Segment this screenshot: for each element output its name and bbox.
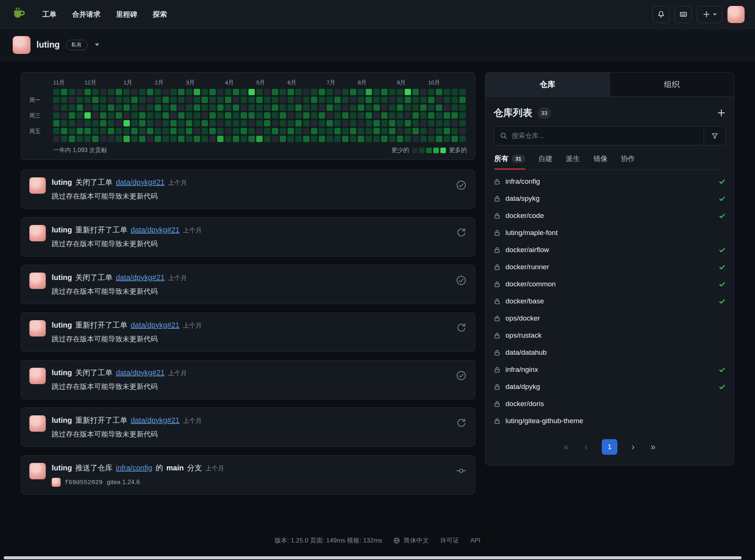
heatmap-cell[interactable]	[303, 89, 309, 95]
heatmap-cell[interactable]	[389, 112, 395, 119]
heatmap-cell[interactable]	[459, 112, 466, 119]
heatmap-cell[interactable]	[280, 89, 286, 95]
heatmap-cell[interactable]	[233, 104, 239, 111]
pagination-next-button[interactable]: ›	[629, 442, 637, 452]
heatmap-cell[interactable]	[428, 104, 434, 111]
user-menu-avatar[interactable]	[727, 6, 745, 23]
feed-actor[interactable]: luting	[52, 463, 72, 473]
heatmap-cell[interactable]	[459, 104, 466, 111]
heatmap-cell[interactable]	[241, 120, 247, 126]
heatmap-cell[interactable]	[373, 136, 380, 142]
heatmap-cell[interactable]	[358, 120, 364, 126]
heatmap-cell[interactable]	[295, 104, 302, 111]
heatmap-cell[interactable]	[280, 128, 286, 134]
heatmap-cell[interactable]	[69, 89, 75, 95]
heatmap-cell[interactable]	[366, 112, 372, 119]
heatmap-cell[interactable]	[350, 97, 356, 103]
feed-target-link[interactable]: data/dpykg#21	[116, 177, 164, 187]
heatmap-cell[interactable]	[202, 136, 208, 142]
heatmap-cell[interactable]	[428, 89, 434, 95]
heatmap-cell[interactable]	[327, 89, 333, 95]
heatmap-cell[interactable]	[123, 104, 130, 111]
heatmap-cell[interactable]	[170, 89, 177, 95]
heatmap-cell[interactable]	[327, 104, 333, 111]
heatmap-cell[interactable]	[327, 128, 333, 134]
heatmap-cell[interactable]	[225, 104, 231, 111]
heatmap-cell[interactable]	[381, 89, 388, 95]
repo-list-item[interactable]: luting/maple-font	[494, 224, 726, 241]
heatmap-cell[interactable]	[350, 120, 356, 126]
heatmap-cell[interactable]	[248, 136, 255, 142]
heatmap-cell[interactable]	[108, 89, 114, 95]
heatmap-cell[interactable]	[311, 97, 317, 103]
heatmap-cell[interactable]	[287, 128, 294, 134]
heatmap-cell[interactable]	[170, 104, 177, 111]
heatmap-cell[interactable]	[287, 89, 294, 95]
heatmap-cell[interactable]	[233, 128, 239, 134]
heatmap-cell[interactable]	[147, 136, 153, 142]
heatmap-cell[interactable]	[381, 104, 388, 111]
heatmap-cell[interactable]	[69, 112, 75, 119]
heatmap-cell[interactable]	[436, 120, 442, 126]
language-selector[interactable]: 简体中文	[393, 536, 429, 545]
heatmap-cell[interactable]	[225, 136, 231, 142]
heatmap-cell[interactable]	[92, 120, 99, 126]
heatmap-cell[interactable]	[420, 112, 427, 119]
heatmap-cell[interactable]	[272, 120, 278, 126]
heatmap-cell[interactable]	[186, 136, 192, 142]
heatmap-cell[interactable]	[381, 120, 388, 126]
heatmap-cell[interactable]	[264, 112, 270, 119]
heatmap-cell[interactable]	[373, 89, 380, 95]
heatmap-cell[interactable]	[186, 97, 192, 103]
heatmap-cell[interactable]	[459, 89, 466, 95]
heatmap-cell[interactable]	[311, 136, 317, 142]
heatmap-cell[interactable]	[233, 112, 239, 119]
heatmap-cell[interactable]	[241, 128, 247, 134]
heatmap-cell[interactable]	[209, 128, 216, 134]
feed-user-avatar[interactable]	[29, 177, 46, 194]
heatmap-cell[interactable]	[194, 128, 200, 134]
tab-repositories[interactable]: 仓库	[485, 73, 610, 96]
heatmap-cell[interactable]	[139, 128, 145, 134]
heatmap-cell[interactable]	[69, 136, 75, 142]
heatmap-cell[interactable]	[100, 112, 106, 119]
feed-user-avatar[interactable]	[29, 225, 46, 241]
heatmap-cell[interactable]	[389, 104, 395, 111]
heatmap-cell[interactable]	[155, 112, 161, 119]
heatmap-cell[interactable]	[209, 104, 216, 111]
heatmap-cell[interactable]	[217, 120, 224, 126]
heatmap-cell[interactable]	[69, 120, 75, 126]
repo-list-item[interactable]: infra/config	[494, 173, 726, 190]
heatmap-cell[interactable]	[170, 112, 177, 119]
pagination-first-button[interactable]: «	[562, 442, 571, 452]
heatmap-cell[interactable]	[280, 136, 286, 142]
heatmap-cell[interactable]	[397, 128, 403, 134]
heatmap-cell[interactable]	[77, 104, 83, 111]
heatmap-cell[interactable]	[233, 136, 239, 142]
horizontal-scrollbar[interactable]	[4, 556, 742, 559]
heatmap-cell[interactable]	[381, 128, 388, 134]
heatmap-cell[interactable]	[202, 89, 208, 95]
heatmap-cell[interactable]	[123, 128, 130, 134]
heatmap-cell[interactable]	[311, 120, 317, 126]
heatmap-cell[interactable]	[397, 120, 403, 126]
heatmap-cell[interactable]	[108, 136, 114, 142]
heatmap-cell[interactable]	[241, 89, 247, 95]
heatmap-cell[interactable]	[327, 97, 333, 103]
heatmap-cell[interactable]	[241, 112, 247, 119]
repo-list-item[interactable]: data/spykg	[494, 190, 726, 207]
heatmap-cell[interactable]	[319, 89, 325, 95]
heatmap-cell[interactable]	[358, 136, 364, 142]
feed-user-avatar[interactable]	[29, 415, 46, 432]
heatmap-cell[interactable]	[452, 112, 458, 119]
heatmap-cell[interactable]	[311, 128, 317, 134]
repo-list-item[interactable]: docker/airflow	[494, 241, 726, 258]
repo-list-item[interactable]: docker/common	[494, 276, 726, 293]
heatmap-cell[interactable]	[428, 128, 434, 134]
heatmap-cell[interactable]	[342, 89, 348, 95]
feed-target-link[interactable]: data/dpykg#21	[131, 415, 179, 425]
heatmap-cell[interactable]	[108, 97, 114, 103]
heatmap-cell[interactable]	[178, 97, 184, 103]
heatmap-cell[interactable]	[217, 89, 224, 95]
heatmap-cell[interactable]	[209, 136, 216, 142]
